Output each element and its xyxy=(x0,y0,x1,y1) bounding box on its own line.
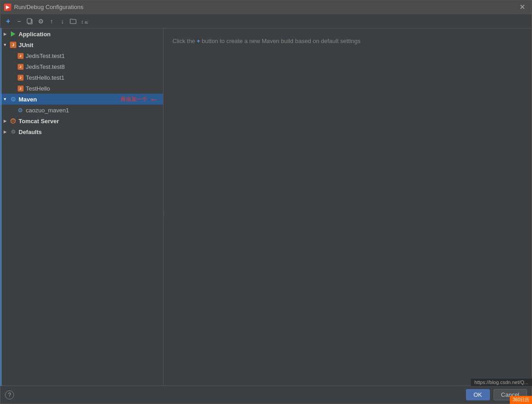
settings-button[interactable]: ⚙ xyxy=(36,16,46,26)
move-down-button[interactable]: ↓ xyxy=(58,16,67,26)
tree-item-tomcat[interactable]: ▶ Tomcat Server xyxy=(0,115,163,126)
tree-item-application[interactable]: ▶ Application xyxy=(0,29,163,39)
caozuo-label: caozuo_maven1 xyxy=(26,107,69,114)
arrow-jedistest8 xyxy=(10,64,15,69)
tree-item-defaults[interactable]: ▶ ⚙ Defaults xyxy=(0,126,163,137)
hint-plus: + xyxy=(197,38,200,44)
arrow-junit: ▼ xyxy=(2,42,8,48)
maven-icon: ⚙ xyxy=(10,96,17,103)
badge-360: 360日历 xyxy=(510,396,532,404)
arrow-defaults: ▶ xyxy=(2,129,8,135)
tree-item-jedistest8[interactable]: J JedisTest.test8 xyxy=(0,61,163,72)
add-button[interactable]: + xyxy=(3,16,13,26)
arrow-jedistest1 xyxy=(10,53,15,58)
annotation-text: 再添加一个 xyxy=(120,96,148,103)
sort-button[interactable]: ↕ az xyxy=(79,16,89,26)
right-panel: Click the + button to create a new Maven… xyxy=(163,29,532,385)
jedistest8-icon: J xyxy=(17,63,24,70)
tomcat-icon xyxy=(10,117,17,125)
run-debug-configurations-window: ▶ Run/Debug Configurations ✕ + − ⚙ ↑ ↓ ↕… xyxy=(0,0,532,404)
url-bar: https://blog.csdn.net/Q... xyxy=(471,379,532,386)
copy-button[interactable] xyxy=(25,16,35,26)
bottom-bar: ? OK Cancel xyxy=(0,385,532,404)
jedistest1-label: JedisTest.test1 xyxy=(26,53,65,59)
testhello1-label: TestHello.test1 xyxy=(26,74,64,81)
defaults-label: Defaults xyxy=(19,129,42,135)
maven-label: Maven xyxy=(19,96,37,103)
application-icon xyxy=(10,30,17,38)
hint-text: Click the + button to create a new Maven… xyxy=(173,38,522,44)
main-content: ▶ Application ▼ J JUnit xyxy=(0,29,532,385)
hint-prefix: Click the xyxy=(173,38,195,44)
tree-item-testhello1[interactable]: J TestHello.test1 xyxy=(0,72,163,83)
tree-item-maven[interactable]: ▼ ⚙ Maven 再添加一个 ← xyxy=(0,94,163,105)
jedistest1-icon: J xyxy=(17,52,24,59)
caozuo-icon: ⚙ xyxy=(17,106,24,114)
arrow-caozuo xyxy=(10,107,15,113)
testhello1-icon: J xyxy=(17,74,24,81)
arrow-tomcat: ▶ xyxy=(2,118,8,124)
defaults-icon: ⚙ xyxy=(10,128,17,135)
ok-button[interactable]: OK xyxy=(466,389,490,400)
junit-label: JUnit xyxy=(19,42,34,48)
arrow-testhello1 xyxy=(10,75,15,80)
testhello-icon: J xyxy=(17,85,24,92)
svg-text:↕: ↕ xyxy=(81,19,84,24)
help-button[interactable]: ? xyxy=(5,390,14,399)
tomcat-label: Tomcat Server xyxy=(19,118,59,125)
arrow-application: ▶ xyxy=(2,31,8,37)
svg-marker-4 xyxy=(11,31,15,37)
application-label: Application xyxy=(19,31,51,38)
title-bar-left: ▶ Run/Debug Configurations xyxy=(4,4,83,11)
close-button[interactable]: ✕ xyxy=(517,3,528,12)
left-panel: ▶ Application ▼ J JUnit xyxy=(0,29,163,385)
arrow-maven: ▼ xyxy=(2,96,8,102)
svg-text:az: az xyxy=(85,20,88,24)
annotation-arrow: ← xyxy=(149,94,158,105)
tree-item-testhello[interactable]: J TestHello xyxy=(0,83,163,94)
tree-item-junit[interactable]: ▼ J JUnit xyxy=(0,39,163,50)
folder-button[interactable] xyxy=(68,16,78,26)
jedistest8-label: JedisTest.test8 xyxy=(26,63,65,70)
left-accent xyxy=(0,28,2,386)
tree-item-jedistest1[interactable]: J JedisTest.test1 xyxy=(0,50,163,61)
svg-rect-1 xyxy=(27,19,31,23)
divider-handle[interactable]: ⋮ xyxy=(163,207,165,221)
junit-icon: J xyxy=(10,41,17,48)
move-up-button[interactable]: ↑ xyxy=(47,16,57,26)
tree-item-caozuo[interactable]: ⚙ caozuo_maven1 xyxy=(0,105,163,115)
window-title: Run/Debug Configurations xyxy=(14,4,83,10)
arrow-testhello xyxy=(10,86,15,91)
remove-button[interactable]: − xyxy=(14,16,24,26)
app-icon: ▶ xyxy=(4,4,11,11)
red-annotation: 再添加一个 ← xyxy=(120,94,158,105)
hint-suffix: button to create a new Maven build based… xyxy=(202,38,361,44)
testhello-label: TestHello xyxy=(26,85,50,92)
title-bar: ▶ Run/Debug Configurations ✕ xyxy=(0,0,532,14)
toolbar: + − ⚙ ↑ ↓ ↕ az xyxy=(0,14,532,29)
